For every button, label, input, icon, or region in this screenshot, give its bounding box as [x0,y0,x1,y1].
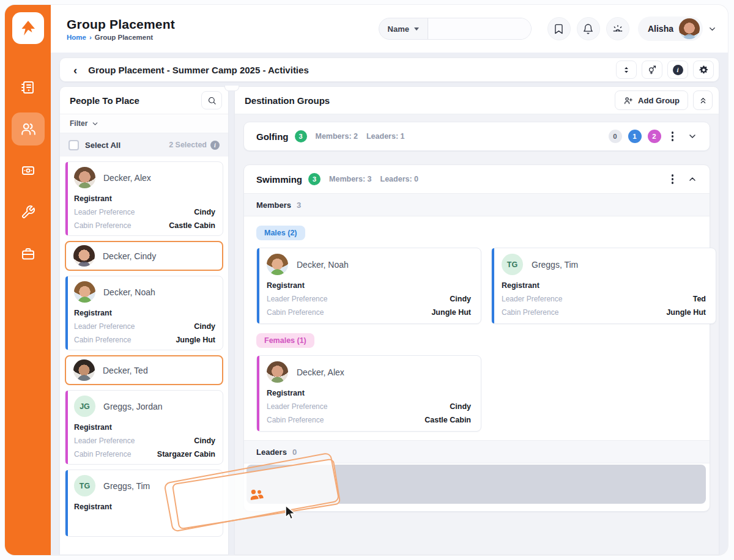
people-to-place-panel: People To Place Filter [59,86,229,555]
leaders-count-label: Leaders: 0 [380,175,419,183]
chevron-down-icon[interactable] [708,24,717,34]
bookmarks-button[interactable] [547,17,571,40]
pref-label: Leader Preference [267,402,327,411]
users-icon [20,121,36,137]
members-section-count: 3 [297,201,301,210]
people-panel-title: People To Place [70,95,139,106]
capacity-badge: 3 [308,173,321,185]
panel-collapse-handle[interactable] [224,86,239,91]
gender-accent-bar [492,248,494,323]
tools-icon [21,205,35,219]
gender-accent-bar [257,248,259,323]
pref-value: Cindy [194,322,215,331]
payments-icon [21,163,35,178]
filter-toggle[interactable]: Filter [60,114,228,133]
gender-filter-button[interactable] [642,61,662,79]
sort-icon [622,65,631,75]
group-card-swimming: Swimming 3 Members: 3 Leaders: 0 [243,164,710,512]
breadcrumb-home-link[interactable]: Home [67,34,86,41]
page-heading: Group Placement Home › Group Placement [67,17,175,41]
person-card[interactable]: TG Greggs, Tim Registrant [65,470,223,537]
sidebar-item-forms[interactable] [12,71,45,104]
select-all-checkbox[interactable] [69,140,79,150]
breadcrumb-current: Group Placement [95,34,153,41]
sort-button[interactable] [616,61,637,79]
females-chip[interactable]: Females (1) [256,333,314,348]
user-menu[interactable]: Alisha [638,17,703,41]
sidebar-item-payments[interactable] [12,154,45,187]
person-card-selected[interactable]: Decker, Ted [65,355,223,385]
person-card-selected[interactable]: Decker, Cindy [65,241,223,271]
panels-row: People To Place Filter [59,86,719,555]
avatar-initials: TG [502,254,523,275]
kebab-menu-icon[interactable] [672,135,674,138]
search-icon [207,96,217,105]
member-card[interactable]: TG Greggs, Tim Registrant Leader Prefere… [491,248,716,324]
group-name: Swimming [256,174,302,185]
members-section-header: Members 3 [244,193,710,216]
person-card[interactable]: Decker, Alex Registrant Leader Preferenc… [65,161,223,236]
sidebar [5,5,51,555]
top-bar: Group Placement Home › Group Placement N… [51,5,728,53]
person-role: Registrant [74,194,215,203]
notifications-button[interactable] [577,17,600,40]
search-type-dropdown[interactable]: Name [379,24,428,34]
notebook-icon [21,80,35,95]
gender-accent-bar [65,391,68,464]
pref-value: Jungle Hut [431,308,471,317]
leaders-section-count: 0 [292,448,297,457]
avatar [74,281,95,303]
avatar [74,167,95,188]
breadcrumb: Home › Group Placement [67,34,175,41]
app-logo[interactable] [12,12,44,44]
sidebar-item-people[interactable] [12,112,45,146]
pref-value: Ted [693,295,706,303]
leaders-drop-zone[interactable] [247,465,706,504]
info-button[interactable]: i [667,61,688,79]
pref-value: Cindy [194,208,215,216]
male-count-badge: 1 [628,130,642,143]
bell-icon [582,23,594,35]
member-name: Decker, Noah [297,260,349,270]
expand-group-button[interactable] [684,129,701,144]
pref-label: Leader Preference [502,295,562,303]
pref-value: Stargazer Cabin [157,450,215,459]
pref-label: Cabin Preference [267,416,324,424]
theme-button[interactable] [606,17,629,40]
person-name: Decker, Noah [103,287,155,297]
member-name: Greggs, Tim [532,260,578,270]
open-count-badge: 0 [609,130,622,143]
settings-button[interactable] [693,61,714,79]
member-role: Registrant [267,281,471,290]
person-card[interactable]: Decker, Noah Registrant Leader Preferenc… [65,276,223,350]
males-chip[interactable]: Males (2) [256,226,305,240]
pref-value: Jungle Hut [176,336,215,344]
search-input[interactable] [428,18,531,39]
collapse-all-button[interactable] [693,90,713,110]
sidebar-item-tools[interactable] [12,196,45,229]
avatar-initials: TG [74,475,95,496]
sidebar-item-work[interactable] [12,237,45,270]
info-icon: i [210,141,220,150]
member-card[interactable]: Decker, Alex Registrant Leader Preferenc… [256,355,481,432]
collapse-group-button[interactable] [684,172,701,186]
pref-value: Jungle Hut [666,308,706,317]
pref-label: Leader Preference [74,208,135,216]
person-card[interactable]: JG Greggs, Jordan Registrant Leader Pref… [65,390,223,465]
selected-count: 2 Selected [169,141,207,149]
main-area: Group Placement Home › Group Placement N… [51,5,728,555]
pref-label: Cabin Preference [502,308,558,317]
back-button[interactable]: ‹ [70,64,81,76]
member-role: Registrant [502,281,706,290]
add-group-button[interactable]: Add Group [615,90,688,110]
members-section-label: Members [256,201,291,210]
people-search-button[interactable] [201,91,222,109]
member-role: Registrant [267,389,471,397]
member-card[interactable]: Decker, Noah Registrant Leader Preferenc… [256,248,481,324]
groups-list: Golfing 3 Members: 2 Leaders: 1 0 1 2 [235,114,719,554]
app-window: Group Placement Home › Group Placement N… [5,5,728,555]
pref-label: Cabin Preference [74,221,131,230]
pref-value: Castle Cabin [424,416,471,424]
kebab-menu-icon[interactable] [672,178,674,180]
chevron-down-icon [414,28,419,31]
